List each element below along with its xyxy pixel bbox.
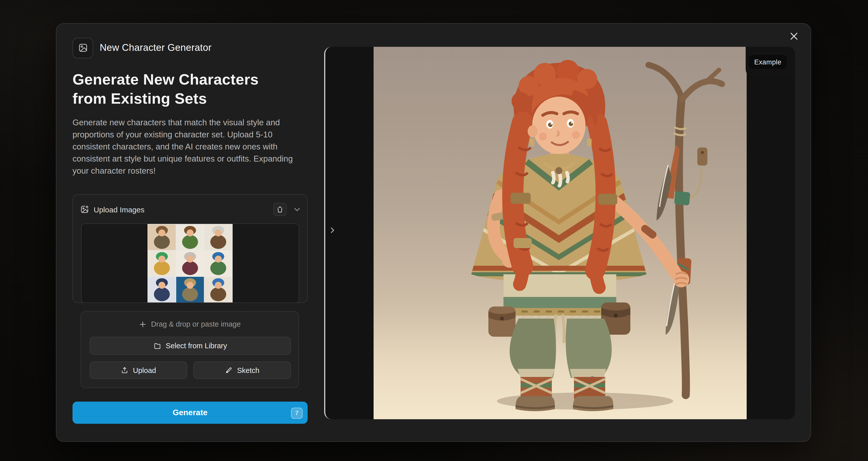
- upload-images-card: Upload Images: [72, 194, 308, 303]
- thumbnail-elder-staff-man[interactable]: [205, 224, 232, 250]
- image-plus-icon: [80, 205, 89, 214]
- example-badge: Example: [749, 55, 787, 69]
- generate-label: Generate: [173, 408, 208, 417]
- character-generator-modal: New Character Generator Generate New Cha…: [56, 23, 811, 442]
- left-panel: New Character Generator Generate New Cha…: [72, 38, 309, 177]
- image-icon: [72, 37, 93, 58]
- example-badge-backdrop: Example: [746, 47, 795, 78]
- modal-header: New Character Generator: [72, 38, 309, 58]
- close-button[interactable]: [788, 31, 800, 42]
- dropzone-hint-row: Drag & drop or paste image: [81, 320, 299, 328]
- thumbnail-green-haired-girl[interactable]: [148, 251, 176, 276]
- thumbnail-aviator-character[interactable]: [148, 224, 176, 250]
- character-illustration: [374, 47, 747, 419]
- thumbnail-sea-captain[interactable]: [148, 276, 176, 302]
- trash-icon: [276, 206, 283, 213]
- sketch-label: Sketch: [237, 366, 259, 374]
- thumbnail-blue-haired-scarf-guy[interactable]: [205, 251, 232, 276]
- thumbnail-deep-sea-diver[interactable]: [176, 276, 204, 302]
- uploaded-images-box: [81, 224, 299, 303]
- chevron-down-icon[interactable]: [293, 205, 301, 213]
- sketch-button[interactable]: Sketch: [193, 361, 291, 379]
- clear-images-button[interactable]: [273, 203, 286, 216]
- thumbnail-grid: [148, 224, 232, 303]
- dropzone[interactable]: Drag & drop or paste image Select from L…: [81, 311, 299, 388]
- credits-badge: 7: [291, 408, 303, 419]
- page-background: New Character Generator Generate New Cha…: [0, 0, 868, 461]
- example-character-image: [374, 47, 747, 419]
- generate-button[interactable]: Generate 7: [72, 402, 308, 424]
- dropzone-hint: Drag & drop or paste image: [151, 320, 241, 328]
- close-icon: [789, 32, 799, 41]
- preview-panel: Example: [324, 47, 795, 419]
- thumbnail-blue-haired-adventurer[interactable]: [205, 276, 232, 302]
- upload-card-header: Upload Images: [73, 195, 307, 220]
- modal-title: New Character Generator: [100, 42, 212, 53]
- upload-label: Upload: [133, 366, 156, 374]
- select-from-library-button[interactable]: Select from Library: [90, 337, 291, 355]
- thumbnail-elder-staff-woman[interactable]: [176, 251, 204, 276]
- pen-icon: [225, 366, 232, 374]
- folder-icon: [154, 342, 161, 350]
- select-from-library-label: Select from Library: [166, 342, 227, 350]
- upload-icon: [121, 366, 128, 374]
- upload-section-label: Upload Images: [94, 205, 273, 213]
- chevron-right-icon[interactable]: [328, 226, 336, 235]
- thumbnail-motorcycle-rider[interactable]: [176, 224, 204, 250]
- page-title: Generate New Characters from Existing Se…: [72, 70, 294, 108]
- description-text: Generate new characters that match the v…: [72, 116, 309, 177]
- plus-icon: [139, 320, 147, 328]
- upload-button[interactable]: Upload: [90, 361, 187, 379]
